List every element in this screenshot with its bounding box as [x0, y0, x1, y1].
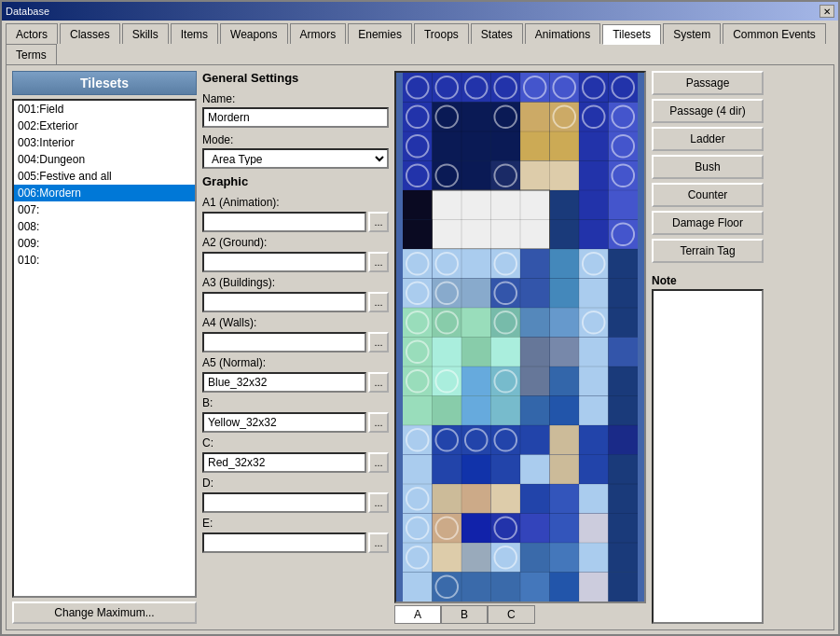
tab-states[interactable]: States: [471, 23, 523, 44]
svg-rect-117: [403, 396, 433, 426]
list-item[interactable]: 008:: [14, 218, 195, 235]
list-item[interactable]: 009:: [14, 235, 195, 252]
svg-rect-184: [550, 573, 580, 602]
right-panel: Passage Passage (4 dir) Ladder Bush Coun…: [652, 71, 764, 624]
tab-tilesets[interactable]: Tilesets: [602, 24, 661, 45]
svg-rect-142: [520, 455, 550, 485]
e-browse-button[interactable]: ...: [368, 532, 389, 553]
c-label: C:: [202, 436, 389, 449]
mode-dropdown[interactable]: World Type Area Type VX Type: [202, 148, 389, 169]
mode-field-group: Mode: World Type Area Type VX Type: [202, 133, 389, 169]
a4-browse-button[interactable]: ...: [368, 332, 389, 353]
svg-rect-65: [461, 249, 491, 279]
mode-label: Mode:: [202, 133, 389, 146]
tab-actors[interactable]: Actors: [6, 23, 58, 44]
svg-rect-139: [433, 455, 462, 485]
general-settings-title: General Settings: [202, 71, 389, 85]
b-input[interactable]: [202, 412, 366, 433]
svg-rect-105: [609, 338, 639, 367]
list-item[interactable]: 004:Dungeon: [14, 151, 195, 168]
tileset-tab-b[interactable]: B: [441, 605, 488, 624]
svg-rect-175: [550, 543, 580, 573]
svg-rect-140: [461, 455, 491, 485]
e-input[interactable]: [202, 532, 366, 553]
passage-button[interactable]: Passage: [652, 71, 764, 95]
tab-animations[interactable]: Animations: [525, 23, 600, 44]
note-textarea[interactable]: [652, 289, 764, 624]
svg-rect-34: [461, 131, 491, 161]
svg-rect-119: [461, 396, 491, 426]
passage-4dir-button[interactable]: Passage (4 dir): [652, 99, 764, 123]
svg-rect-138: [403, 455, 433, 485]
svg-rect-36: [520, 131, 550, 161]
a5-browse-button[interactable]: ...: [368, 372, 389, 393]
list-item[interactable]: 001:Field: [14, 101, 195, 118]
a2-field: A2 (Ground): ...: [202, 236, 389, 272]
d-input[interactable]: [202, 492, 366, 513]
svg-rect-151: [491, 484, 521, 514]
tab-system[interactable]: System: [663, 23, 721, 44]
svg-rect-54: [579, 190, 609, 220]
a4-input[interactable]: [202, 332, 366, 353]
list-item[interactable]: 010:: [14, 252, 195, 269]
svg-rect-49: [579, 161, 609, 191]
list-item[interactable]: 007:: [14, 201, 195, 218]
list-item[interactable]: 003:Interior: [14, 134, 195, 151]
svg-rect-96: [609, 308, 639, 338]
a2-browse-button[interactable]: ...: [368, 252, 389, 272]
tab-armors[interactable]: Armors: [290, 23, 347, 44]
a5-input[interactable]: [202, 372, 366, 393]
tab-items[interactable]: Items: [171, 23, 218, 44]
list-item[interactable]: 002:Exterior: [14, 118, 195, 134]
svg-rect-101: [491, 338, 521, 367]
b-browse-button[interactable]: ...: [368, 412, 389, 433]
a2-input[interactable]: [202, 252, 366, 272]
svg-rect-176: [579, 543, 609, 573]
list-item[interactable]: 005:Festive and all: [14, 168, 195, 185]
svg-rect-114: [550, 366, 580, 396]
tileset-tabs: A B C: [394, 605, 646, 624]
a5-field: A5 (Normal): ...: [202, 356, 389, 393]
tilesets-list[interactable]: 001:Field 002:Exterior 003:Interior 004:…: [12, 99, 197, 598]
tab-skills[interactable]: Skills: [122, 23, 169, 44]
name-input[interactable]: [202, 107, 389, 128]
a1-input[interactable]: [202, 212, 366, 232]
terrain-tag-button[interactable]: Terrain Tag: [652, 239, 764, 263]
ladder-button[interactable]: Ladder: [652, 127, 764, 151]
close-button[interactable]: ✕: [819, 5, 834, 18]
svg-rect-152: [520, 484, 550, 514]
c-browse-button[interactable]: ...: [368, 452, 389, 473]
d-browse-button[interactable]: ...: [368, 492, 389, 513]
svg-rect-122: [550, 396, 580, 426]
a2-input-row: ...: [202, 252, 389, 272]
tab-troops[interactable]: Troops: [414, 23, 469, 44]
tileset-tab-a[interactable]: A: [394, 605, 441, 624]
counter-button[interactable]: Counter: [652, 183, 764, 207]
tab-common-events[interactable]: Common Events: [723, 23, 826, 44]
bush-button[interactable]: Bush: [652, 155, 764, 179]
note-section: Note: [652, 274, 764, 624]
a3-input[interactable]: [202, 292, 366, 312]
a3-input-row: ...: [202, 292, 389, 312]
tileset-image-area[interactable]: [394, 71, 646, 603]
svg-rect-89: [461, 308, 491, 338]
name-field-group: Name:: [202, 92, 389, 128]
damage-floor-button[interactable]: Damage Floor: [652, 211, 764, 235]
svg-rect-118: [433, 396, 462, 426]
tab-classes[interactable]: Classes: [60, 23, 120, 44]
e-label: E:: [202, 517, 389, 530]
tab-enemies[interactable]: Enemies: [348, 23, 412, 44]
tab-weapons[interactable]: Weapons: [220, 23, 287, 44]
list-item-selected[interactable]: 006:Mordern: [14, 185, 195, 201]
svg-rect-100: [461, 338, 491, 367]
c-input[interactable]: [202, 452, 366, 473]
tileset-tab-c[interactable]: C: [488, 605, 535, 624]
a1-browse-button[interactable]: ...: [368, 212, 389, 232]
a4-input-row: ...: [202, 332, 389, 353]
change-maximum-button[interactable]: Change Maximum...: [12, 601, 197, 624]
title-bar: Database ✕: [2, 2, 838, 21]
svg-rect-68: [520, 249, 550, 279]
svg-rect-93: [550, 308, 580, 338]
tab-terms[interactable]: Terms: [6, 44, 57, 64]
a3-browse-button[interactable]: ...: [368, 292, 389, 312]
